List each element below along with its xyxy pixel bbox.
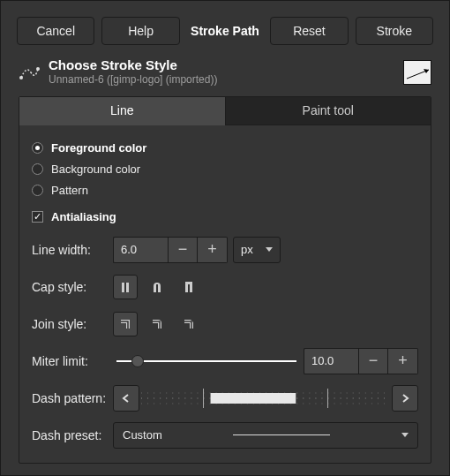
cap-round[interactable] — [145, 275, 169, 299]
svg-point-0 — [19, 76, 23, 79]
dialog-button-row: Cancel Help Stroke Path Reset Stroke — [17, 17, 433, 45]
label-joinstyle: Join style: — [32, 317, 113, 331]
check-icon — [32, 211, 43, 223]
reset-button[interactable]: Reset — [270, 17, 348, 45]
radio-background[interactable]: Background color — [32, 159, 418, 180]
dash-preset-select[interactable]: Custom — [113, 422, 418, 449]
stroke-button[interactable]: Stroke — [356, 17, 433, 45]
svg-rect-6 — [185, 282, 192, 292]
linewidth-incr[interactable]: + — [198, 237, 228, 263]
header-title: Choose Stroke Style — [49, 57, 394, 73]
radio-icon — [32, 163, 43, 175]
chevron-down-icon — [401, 433, 409, 437]
header: Choose Stroke Style Unnamed-6 ([gimp-log… — [17, 57, 433, 87]
tabs: Line Paint tool — [19, 97, 431, 125]
linewidth-unit-select[interactable]: px — [233, 237, 281, 263]
preset-value: Custom — [123, 428, 162, 442]
check-antialias[interactable]: Antialiasing — [32, 207, 418, 228]
tab-paint-tool[interactable]: Paint tool — [225, 97, 431, 125]
label-linewidth: Line width: — [32, 243, 113, 257]
join-miter[interactable] — [113, 312, 138, 336]
svg-rect-4 — [124, 283, 126, 292]
row-capstyle: Cap style: — [32, 272, 418, 302]
dash-scroll-right[interactable] — [392, 385, 418, 412]
line-preview[interactable] — [403, 60, 431, 85]
radio-label: Background color — [51, 162, 140, 176]
dialog-title: Stroke Path — [187, 17, 263, 45]
label-capstyle: Cap style: — [32, 280, 113, 294]
linewidth-input[interactable]: 6.0 — [113, 237, 168, 263]
row-miterlimit: Miter limit: 10.0 − + — [32, 346, 418, 376]
row-linewidth: Line width: 6.0 − + px — [32, 235, 418, 265]
svg-point-1 — [36, 67, 40, 71]
svg-rect-5 — [156, 284, 158, 292]
row-dashpreset: Dash preset: Custom — [32, 420, 418, 450]
miter-incr[interactable]: + — [388, 348, 418, 374]
cancel-button[interactable]: Cancel — [17, 17, 94, 45]
unit-value: px — [241, 243, 253, 256]
chevron-down-icon — [266, 247, 273, 252]
svg-rect-3 — [122, 283, 129, 292]
radio-icon — [32, 185, 43, 196]
tab-line-body: Foreground color Background color Patter… — [19, 125, 431, 450]
cap-butt[interactable] — [113, 275, 138, 299]
label-dashpreset: Dash preset: — [32, 428, 113, 442]
help-button[interactable]: Help — [101, 17, 179, 45]
radio-label: Pattern — [51, 184, 88, 197]
radio-label: Foreground color — [51, 141, 146, 155]
path-icon — [19, 62, 40, 83]
svg-rect-7 — [188, 284, 190, 292]
check-label: Antialiasing — [51, 210, 116, 223]
options-frame: Line Paint tool Foreground color Backgro… — [19, 96, 431, 464]
label-dashpattern: Dash pattern: — [32, 391, 113, 405]
dash-scroll-left[interactable] — [113, 385, 139, 412]
svg-rect-11 — [211, 393, 296, 404]
join-round[interactable] — [145, 312, 169, 336]
join-bevel[interactable] — [176, 312, 201, 336]
cap-square[interactable] — [176, 275, 201, 299]
miter-slider[interactable] — [113, 348, 304, 374]
tab-line[interactable]: Line — [19, 97, 225, 125]
dash-pattern-editor[interactable] — [141, 385, 390, 412]
header-subtitle: Unnamed-6 ([gimp-logo] (imported)) — [49, 73, 394, 87]
preset-preview-line — [233, 434, 330, 435]
radio-foreground[interactable]: Foreground color — [32, 138, 418, 159]
row-dashpattern: Dash pattern: — [32, 383, 418, 413]
linewidth-spin: 6.0 − + — [113, 237, 228, 263]
label-miterlimit: Miter limit: — [32, 354, 113, 368]
radio-icon — [32, 142, 43, 154]
miter-input[interactable]: 10.0 — [304, 348, 358, 374]
stroke-path-dialog: Cancel Help Stroke Path Reset Stroke Cho… — [0, 0, 450, 476]
linewidth-decr[interactable]: − — [168, 237, 198, 263]
miter-spin: 10.0 − + — [304, 348, 418, 374]
row-joinstyle: Join style: — [32, 309, 418, 339]
miter-decr[interactable]: − — [358, 348, 388, 374]
slider-thumb[interactable] — [131, 355, 144, 367]
svg-line-2 — [407, 70, 429, 79]
radio-pattern[interactable]: Pattern — [32, 180, 418, 201]
